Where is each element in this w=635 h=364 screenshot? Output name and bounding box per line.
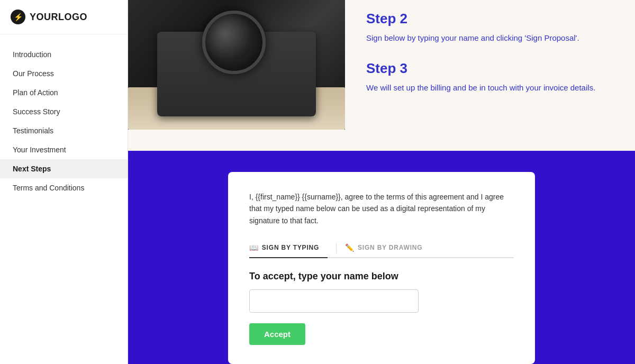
- tab-drawing-label: SIGN BY DRAWING: [358, 244, 422, 251]
- sidebar-item-introduction[interactable]: Introduction: [0, 45, 128, 64]
- tab-sign-by-drawing[interactable]: ✏️ SIGN BY DRAWING: [345, 239, 431, 258]
- logo-text: YOURLOGO: [30, 12, 87, 23]
- logo-area: ⚡ YOURLOGO: [0, 0, 128, 34]
- step3-description: We will set up the billing and be in tou…: [366, 82, 614, 94]
- logo-logo: LOGO: [58, 12, 87, 22]
- sidebar: ⚡ YOURLOGO Introduction Our Process Plan…: [0, 0, 128, 364]
- accept-prompt: To accept, type your name below: [249, 271, 514, 282]
- camera-image: [128, 0, 345, 130]
- main-content: Step 2 Sign below by typing your name an…: [128, 0, 635, 364]
- bottom-section: I, {{first_name}} {{surname}}, agree to …: [128, 151, 635, 364]
- tabs-row: 📖 SIGN BY TYPING ✏️ SIGN BY DRAWING: [249, 239, 514, 258]
- sidebar-item-terms[interactable]: Terms and Conditions: [0, 178, 128, 197]
- sign-card: I, {{first_name}} {{surname}}, agree to …: [228, 172, 535, 364]
- sidebar-item-testimonials[interactable]: Testimonials: [0, 121, 128, 140]
- step2-block: Step 2 Sign below by typing your name an…: [366, 11, 614, 44]
- agreement-text: I, {{first_name}} {{surname}}, agree to …: [249, 191, 514, 226]
- tab-separator: [336, 243, 337, 253]
- image-area: [128, 0, 345, 130]
- step3-block: Step 3 We will set up the billing and be…: [366, 60, 614, 94]
- sidebar-item-next-steps[interactable]: Next Steps: [0, 159, 128, 178]
- tab-sign-by-typing[interactable]: 📖 SIGN BY TYPING: [249, 239, 328, 258]
- pen-icon: ✏️: [345, 243, 355, 252]
- step3-title: Step 3: [366, 60, 614, 77]
- sidebar-item-plan-of-action[interactable]: Plan of Action: [0, 83, 128, 102]
- lightning-icon: ⚡: [14, 13, 23, 21]
- logo-icon: ⚡: [11, 10, 25, 24]
- camera-lens: [202, 11, 266, 74]
- tab-typing-label: SIGN BY TYPING: [262, 244, 319, 251]
- nav-menu: Introduction Our Process Plan of Action …: [0, 34, 128, 364]
- step2-title: Step 2: [366, 11, 614, 27]
- sidebar-item-success-story[interactable]: Success Story: [0, 102, 128, 121]
- top-section: Step 2 Sign below by typing your name an…: [128, 0, 635, 151]
- sidebar-item-your-investment[interactable]: Your Investment: [0, 140, 128, 159]
- name-input[interactable]: [249, 289, 419, 313]
- accept-button[interactable]: Accept: [249, 323, 305, 345]
- book-icon: 📖: [249, 243, 259, 252]
- step2-description: Sign below by typing your name and click…: [366, 32, 614, 44]
- sidebar-item-our-process[interactable]: Our Process: [0, 64, 128, 83]
- logo-your: YOUR: [30, 12, 58, 22]
- steps-area: Step 2 Sign below by typing your name an…: [345, 0, 635, 130]
